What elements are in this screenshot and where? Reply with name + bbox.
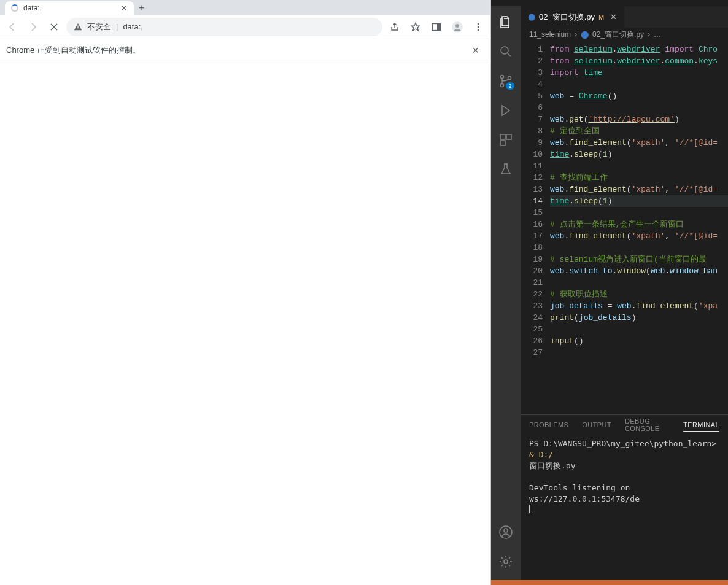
testing-button[interactable] bbox=[491, 157, 521, 182]
titlebar bbox=[491, 0, 728, 6]
security-label: 不安全 bbox=[87, 21, 111, 33]
run-debug-button[interactable] bbox=[491, 98, 521, 123]
editor-tabs: ⬤ 02_窗口切换.py M ✕ bbox=[521, 6, 728, 28]
svg-rect-1 bbox=[77, 28, 78, 29]
svg-point-10 bbox=[501, 76, 504, 79]
terminal-output[interactable]: PS D:\WANGSU_PRO\my_gitee\python_learn> … bbox=[521, 435, 728, 580]
extensions-icon bbox=[498, 133, 513, 147]
code-content: from selenium.webdriver import Chrofrom … bbox=[550, 41, 728, 414]
close-icon[interactable]: ✕ bbox=[610, 12, 617, 21]
modified-badge: M bbox=[598, 14, 604, 21]
vscode-window: 2 ⬤ 0 bbox=[491, 0, 728, 585]
search-icon bbox=[498, 44, 513, 59]
arrow-right-icon bbox=[28, 22, 38, 32]
editor-tab[interactable]: ⬤ 02_窗口切换.py M ✕ bbox=[521, 6, 625, 28]
python-icon: ⬤ bbox=[528, 13, 535, 21]
source-control-button[interactable]: 2 bbox=[491, 69, 521, 93]
automation-infobar: Chrome 正受到自动测试软件的控制。 ✕ bbox=[0, 39, 490, 61]
warning-icon bbox=[74, 23, 82, 31]
line-numbers: 1234567891011121314151617181920212223242… bbox=[521, 41, 550, 414]
search-button[interactable] bbox=[491, 39, 521, 64]
svg-rect-0 bbox=[77, 25, 78, 28]
svg-point-6 bbox=[478, 23, 479, 25]
explorer-button[interactable] bbox=[491, 10, 521, 34]
page-content bbox=[0, 61, 490, 585]
tab-output[interactable]: OUTPUT bbox=[582, 419, 611, 431]
editor-area: ⬤ 02_窗口切换.py M ✕ 11_selenium › ⬤ 02_窗口切换… bbox=[521, 6, 728, 580]
breadcrumb-folder: 11_selenium bbox=[529, 30, 571, 39]
play-bug-icon bbox=[498, 103, 513, 118]
arrow-left-icon bbox=[7, 22, 17, 32]
svg-rect-13 bbox=[500, 134, 505, 139]
tab-debug-console[interactable]: DEBUG CONSOLE bbox=[625, 415, 670, 435]
forward-button[interactable] bbox=[25, 18, 42, 36]
gear-icon bbox=[498, 554, 513, 569]
svg-rect-3 bbox=[437, 23, 441, 30]
files-icon bbox=[498, 15, 513, 29]
browser-tab[interactable]: data:, ✕ bbox=[5, 1, 134, 15]
star-icon bbox=[411, 22, 420, 32]
scm-badge: 2 bbox=[506, 82, 514, 90]
new-tab-button[interactable]: + bbox=[134, 1, 150, 15]
extensions-button[interactable] bbox=[491, 128, 521, 152]
breadcrumb-more: … bbox=[654, 30, 661, 39]
svg-point-11 bbox=[501, 84, 504, 87]
settings-button[interactable] bbox=[491, 549, 521, 574]
svg-rect-15 bbox=[500, 141, 505, 145]
menu-button[interactable] bbox=[470, 18, 487, 36]
person-icon bbox=[498, 525, 513, 540]
activity-bar: 2 bbox=[491, 6, 521, 580]
svg-point-5 bbox=[455, 24, 459, 28]
address-bar[interactable]: 不安全 | data:, bbox=[66, 18, 382, 36]
breadcrumb-file: 02_窗口切换.py bbox=[592, 29, 644, 40]
stop-button[interactable] bbox=[45, 18, 63, 36]
separator: | bbox=[116, 22, 118, 31]
breadcrumb[interactable]: 11_selenium › ⬤ 02_窗口切换.py › … bbox=[521, 28, 728, 41]
share-icon bbox=[390, 22, 400, 32]
svg-rect-14 bbox=[506, 134, 511, 139]
code-editor[interactable]: 1234567891011121314151617181920212223242… bbox=[521, 41, 728, 414]
panel-tabs: PROBLEMS OUTPUT DEBUG CONSOLE TERMINAL bbox=[521, 415, 728, 435]
infobar-close-button[interactable]: ✕ bbox=[467, 43, 484, 58]
close-icon[interactable]: ✕ bbox=[120, 3, 128, 13]
svg-point-17 bbox=[504, 529, 508, 532]
chevron-right-icon: › bbox=[575, 30, 577, 39]
python-icon: ⬤ bbox=[581, 30, 589, 39]
url-text: data:, bbox=[123, 22, 143, 31]
tab-title: data:, bbox=[23, 4, 42, 12]
sidepanel-button[interactable] bbox=[428, 18, 445, 36]
chrome-window: data:, ✕ + 不安全 | data:, bbox=[0, 0, 491, 585]
tab-problems[interactable]: PROBLEMS bbox=[529, 419, 568, 431]
infobar-text: Chrome 正受到自动测试软件的控制。 bbox=[6, 45, 141, 56]
loading-spinner-icon bbox=[11, 4, 18, 12]
status-bar[interactable] bbox=[491, 580, 728, 585]
tab-filename: 02_窗口切换.py bbox=[539, 12, 595, 23]
panel-icon bbox=[432, 22, 441, 32]
bottom-panel: PROBLEMS OUTPUT DEBUG CONSOLE TERMINAL P… bbox=[521, 414, 728, 580]
bookmark-button[interactable] bbox=[407, 18, 424, 36]
toolbar: 不安全 | data:, bbox=[0, 15, 490, 39]
flask-icon bbox=[498, 162, 513, 177]
person-icon bbox=[451, 21, 463, 33]
profile-button[interactable] bbox=[449, 18, 466, 36]
svg-point-9 bbox=[501, 47, 508, 54]
chevron-right-icon: › bbox=[648, 30, 650, 39]
back-button[interactable] bbox=[4, 18, 21, 36]
dots-vertical-icon bbox=[473, 22, 483, 32]
svg-point-7 bbox=[478, 26, 479, 28]
svg-point-8 bbox=[478, 29, 479, 31]
close-icon bbox=[50, 23, 58, 31]
tab-strip: data:, ✕ + bbox=[0, 0, 490, 15]
accounts-button[interactable] bbox=[491, 520, 521, 544]
share-button[interactable] bbox=[386, 18, 403, 36]
tab-terminal[interactable]: TERMINAL bbox=[683, 419, 719, 432]
svg-point-18 bbox=[504, 560, 508, 564]
